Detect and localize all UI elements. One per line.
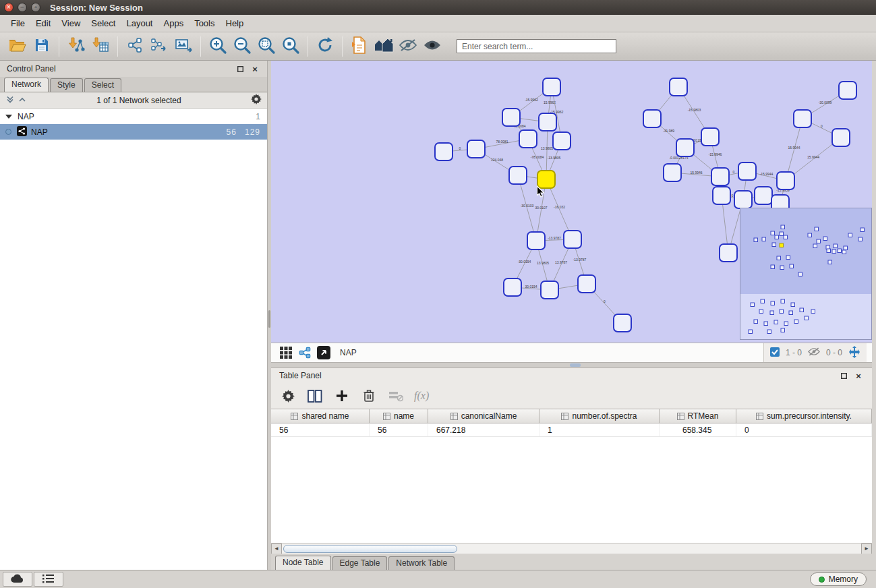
add-column-icon[interactable]	[333, 387, 351, 405]
cell-rtmean[interactable]: 658.345	[660, 423, 736, 436]
network-node[interactable]	[701, 128, 719, 146]
network-node[interactable]	[578, 275, 595, 293]
scroll-left-arrow[interactable]: ◄	[271, 543, 282, 554]
horizontal-resize-strip[interactable]	[271, 363, 872, 368]
network-node[interactable]	[713, 187, 730, 204]
import-table-button[interactable]	[88, 34, 113, 59]
network-node[interactable]	[670, 78, 687, 96]
tab-select[interactable]: Select	[84, 78, 121, 92]
network-node[interactable]	[504, 278, 521, 296]
network-node[interactable]	[539, 113, 556, 131]
column-header-name[interactable]: name	[370, 409, 428, 423]
cell-sum-precursor-intensity[interactable]: 0	[736, 423, 872, 436]
network-node[interactable]	[777, 172, 794, 189]
birdseye-navigator[interactable]	[740, 208, 872, 340]
paste-document-button[interactable]	[347, 34, 372, 59]
detach-view-button[interactable]	[314, 345, 333, 361]
window-maximize-button[interactable]: ▫	[31, 3, 40, 12]
memory-button[interactable]: Memory	[810, 572, 867, 586]
scroll-right-arrow[interactable]: ►	[861, 543, 872, 554]
network-node[interactable]	[509, 167, 527, 184]
network-node[interactable]	[435, 143, 452, 160]
tab-network[interactable]: Network	[4, 78, 49, 92]
scrollbar-thumb[interactable]	[283, 545, 457, 553]
table-horizontal-scrollbar[interactable]: ◄ ►	[271, 543, 872, 554]
network-node[interactable]	[553, 132, 571, 150]
zoom-fit-button[interactable]	[254, 34, 279, 59]
network-node[interactable]	[738, 163, 756, 180]
menu-view[interactable]: View	[56, 16, 86, 31]
zoom-out-button[interactable]	[230, 34, 254, 59]
delete-column-icon[interactable]	[360, 387, 378, 405]
network-node[interactable]	[467, 140, 485, 158]
network-node[interactable]	[502, 109, 520, 126]
expand-all-icon[interactable]	[5, 94, 15, 106]
cell-name[interactable]: 56	[370, 423, 428, 436]
network-node[interactable]	[643, 110, 661, 127]
float-panel-icon[interactable]	[235, 63, 245, 74]
export-image-button[interactable]	[171, 34, 196, 59]
network-edge[interactable]	[518, 175, 536, 241]
network-node[interactable]	[527, 232, 545, 249]
column-header-canonical-name[interactable]: canonicalName	[428, 409, 539, 423]
navigator-canvas[interactable]	[740, 208, 871, 339]
network-node[interactable]	[541, 281, 558, 299]
close-table-panel-icon[interactable]: ×	[853, 370, 864, 381]
column-header-shared-name[interactable]: shared name	[271, 409, 370, 423]
cell-number-of-spectra[interactable]: 1	[539, 423, 660, 436]
network-node[interactable]	[839, 82, 856, 99]
menu-edit[interactable]: Edit	[30, 16, 56, 31]
save-session-button[interactable]	[30, 34, 54, 59]
network-node[interactable]	[543, 78, 560, 96]
network-node[interactable]	[519, 130, 537, 148]
network-view-share-icon[interactable]	[295, 345, 314, 361]
network-row-selected[interactable]: NAP 56 129	[0, 124, 267, 140]
close-panel-icon[interactable]: ×	[250, 63, 260, 74]
collapse-caret-icon[interactable]	[5, 115, 12, 119]
tab-style[interactable]: Style	[50, 78, 83, 92]
hide-selected-button[interactable]	[396, 34, 420, 59]
collapse-all-icon[interactable]	[18, 94, 27, 106]
options-gear-icon[interactable]	[251, 94, 262, 107]
apply-layout-button[interactable]	[313, 34, 337, 59]
network-node[interactable]	[734, 191, 752, 208]
network-node[interactable]	[664, 164, 681, 181]
column-header-number-of-spectra[interactable]: number.of.spectra	[539, 409, 660, 423]
cell-shared-name[interactable]: 56	[271, 423, 370, 436]
show-columns-icon[interactable]	[306, 387, 324, 405]
network-node[interactable]	[794, 110, 811, 127]
function-builder-button[interactable]: f(x)	[414, 390, 429, 402]
show-all-button[interactable]	[420, 34, 444, 59]
task-list-button[interactable]	[34, 572, 63, 587]
open-session-button[interactable]	[5, 34, 30, 59]
grid-view-button[interactable]	[276, 345, 295, 361]
menu-apps[interactable]: Apps	[158, 16, 189, 31]
network-node[interactable]	[832, 129, 850, 146]
import-network-button[interactable]	[64, 34, 88, 59]
window-minimize-button[interactable]: −	[18, 3, 27, 12]
cell-canonical-name[interactable]: 667.218	[428, 423, 539, 436]
network-node[interactable]	[755, 187, 772, 204]
network-node[interactable]	[720, 244, 737, 262]
window-close-button[interactable]: ×	[4, 3, 13, 12]
menu-file[interactable]: File	[5, 16, 30, 31]
menu-layout[interactable]: Layout	[121, 16, 158, 31]
table-row[interactable]: 56 56 667.218 1 658.345 0	[271, 423, 872, 437]
network-collection-row[interactable]: NAP 1	[0, 109, 267, 124]
column-header-sum-precursor-intensity[interactable]: sum.precursor.intensity.	[736, 409, 872, 423]
network-node[interactable]	[711, 168, 729, 185]
menu-tools[interactable]: Tools	[189, 16, 220, 31]
network-node[interactable]	[676, 139, 694, 156]
network-view[interactable]: -15.996215.9962-15.996278.008478.0081012…	[271, 61, 872, 343]
network-node[interactable]	[564, 231, 581, 248]
tab-network-table[interactable]: Network Table	[388, 556, 455, 570]
table-settings-gear-icon[interactable]	[279, 387, 297, 405]
search-input[interactable]	[457, 39, 616, 53]
splitter-handle[interactable]	[268, 310, 270, 328]
menu-select[interactable]: Select	[86, 16, 121, 31]
first-neighbors-button[interactable]	[372, 34, 396, 59]
export-network-button[interactable]	[147, 34, 171, 59]
column-header-rtmean[interactable]: RTMean	[660, 409, 736, 423]
zoom-selected-button[interactable]	[279, 34, 303, 59]
float-table-panel-icon[interactable]	[838, 370, 849, 381]
